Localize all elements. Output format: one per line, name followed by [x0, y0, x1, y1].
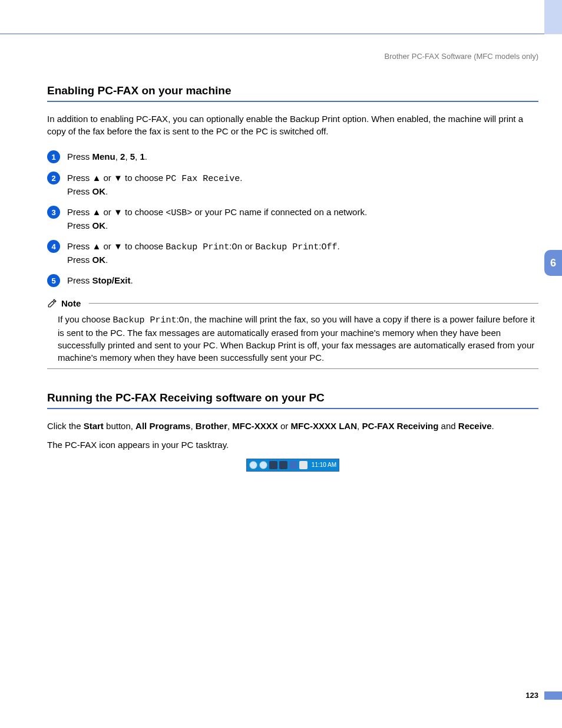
step-text: Press ▲ or ▼ to choose Backup Print:On o…	[67, 240, 340, 266]
tasktray-image: 11:10 AM	[246, 459, 339, 472]
top-band	[0, 0, 562, 34]
step: 2Press ▲ or ▼ to choose PC Fax Receive.P…	[47, 172, 538, 197]
section1-intro: In addition to enabling PC-FAX, you can …	[47, 113, 538, 137]
note-block: Note If you choose Backup Print:On, the …	[47, 298, 538, 369]
step-text: Press ▲ or ▼ to choose <USB> or your PC …	[67, 206, 367, 232]
tray-icon	[269, 461, 277, 469]
step-bullet: 1	[47, 150, 60, 163]
section2-para2: The PC-FAX icon appears in your PC taskt…	[47, 439, 538, 452]
step-bullet: 2	[47, 172, 60, 185]
step: 3Press ▲ or ▼ to choose <USB> or your PC…	[47, 206, 538, 232]
step-bullet: 3	[47, 206, 60, 219]
section-enabling: Enabling PC-FAX on your machine In addit…	[47, 84, 538, 369]
step-text: Press Menu, 2, 5, 1.	[67, 150, 147, 163]
heading-rule	[47, 408, 538, 409]
step: 4Press ▲ or ▼ to choose Backup Print:On …	[47, 240, 538, 266]
step: 5Press Stop/Exit.	[47, 274, 538, 287]
tray-icon	[299, 461, 308, 469]
tray-icon	[279, 461, 287, 469]
heading-rule	[47, 101, 538, 102]
steps-list: 1Press Menu, 2, 5, 1.2Press ▲ or ▼ to ch…	[47, 150, 538, 287]
section-running: Running the PC-FAX Receiving software on…	[47, 391, 538, 472]
header-crumb: Brother PC-FAX Software (MFC models only…	[0, 34, 562, 61]
note-rule	[89, 303, 538, 304]
note-pencil-icon	[47, 298, 58, 308]
section2-para1: Click the Start button, All Programs, Br…	[47, 420, 538, 433]
step-text: Press Stop/Exit.	[67, 274, 133, 286]
chapter-tab: 6	[544, 250, 562, 276]
step-bullet: 5	[47, 274, 60, 287]
note-body: If you choose Backup Print:On, the machi…	[47, 309, 538, 369]
tray-arrow-icon	[249, 461, 257, 469]
tray-pcfax-icon	[259, 461, 267, 469]
section-heading-1: Enabling PC-FAX on your machine	[47, 84, 538, 97]
step-text: Press ▲ or ▼ to choose PC Fax Receive.Pr…	[67, 172, 242, 197]
tray-time: 11:10 AM	[309, 462, 336, 468]
step: 1Press Menu, 2, 5, 1.	[47, 150, 538, 163]
section-heading-2: Running the PC-FAX Receiving software on…	[47, 391, 538, 404]
note-label: Note	[61, 298, 81, 308]
tray-icon	[289, 461, 297, 469]
page-number-bar	[544, 691, 562, 700]
page-number: 123	[525, 691, 538, 700]
step-bullet: 4	[47, 240, 60, 253]
